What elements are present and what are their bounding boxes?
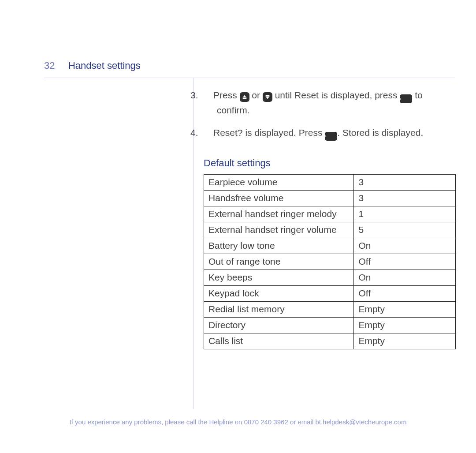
table-row: External handset ringer melody1 bbox=[204, 206, 456, 222]
setting-value: Empty bbox=[354, 333, 456, 349]
step-4-number: 4. bbox=[204, 126, 213, 140]
page-title: Handset settings bbox=[68, 60, 141, 71]
table-row: DirectoryEmpty bbox=[204, 318, 456, 333]
step-4: 4.Reset? is displayed. Press Menu. Store… bbox=[204, 126, 455, 141]
table-row: Keypad lockOff bbox=[204, 286, 456, 302]
table-row: Key beepsOn bbox=[204, 270, 456, 286]
default-settings-heading: Default settings bbox=[204, 157, 455, 169]
page-footer: If you experience any problems, please c… bbox=[0, 418, 476, 426]
setting-value: 1 bbox=[354, 206, 456, 222]
setting-value: On bbox=[354, 238, 456, 254]
content-area: 3.Press or until Reset is displayed, pre… bbox=[204, 88, 455, 349]
table-row: Redial list memoryEmpty bbox=[204, 302, 456, 318]
step-4-resetq-word: Reset? bbox=[213, 127, 243, 138]
setting-value: Empty bbox=[354, 302, 456, 318]
step-4-text-b: . bbox=[337, 127, 342, 138]
table-row: Calls listEmpty bbox=[204, 333, 456, 349]
table-row: External handset ringer volume5 bbox=[204, 222, 456, 238]
setting-name: Keypad lock bbox=[204, 286, 354, 302]
step-3-number: 3. bbox=[204, 88, 213, 103]
step-4-stored-word: Stored bbox=[342, 127, 370, 138]
step-3-text-c: until bbox=[272, 90, 294, 100]
setting-name: External handset ringer melody bbox=[204, 206, 354, 222]
svg-rect-0 bbox=[242, 97, 246, 99]
svg-rect-2 bbox=[265, 95, 269, 97]
setting-value: 3 bbox=[354, 175, 456, 191]
table-row: Out of range toneOff bbox=[204, 254, 456, 270]
step-3-text-b: or bbox=[249, 90, 263, 100]
setting-name: Calls list bbox=[204, 333, 354, 349]
manual-page: 32 Handset settings 3.Press or until Res… bbox=[0, 0, 476, 453]
setting-name: Redial list memory bbox=[204, 302, 354, 318]
page-header: 32 Handset settings bbox=[44, 60, 455, 78]
setting-name: Out of range tone bbox=[204, 254, 354, 270]
setting-name: External handset ringer volume bbox=[204, 222, 354, 238]
svg-marker-3 bbox=[266, 97, 269, 99]
page-number: 32 bbox=[44, 60, 55, 71]
down-key-icon bbox=[263, 92, 272, 102]
step-3-text-d: is displayed, press bbox=[319, 90, 400, 100]
step-4-text-c: is displayed. bbox=[370, 127, 423, 138]
step-3-reset-word: Reset bbox=[294, 90, 319, 100]
table-row: Battery low toneOn bbox=[204, 238, 456, 254]
default-settings-table: Earpiece volume3 Handsfree volume3 Exter… bbox=[204, 174, 456, 349]
menu-key-icon: Menu bbox=[400, 94, 412, 103]
setting-name: Key beeps bbox=[204, 270, 354, 286]
setting-value: 3 bbox=[354, 191, 456, 206]
table-row: Handsfree volume3 bbox=[204, 191, 456, 206]
step-4-text-a: is displayed. Press bbox=[243, 127, 325, 138]
setting-name: Battery low tone bbox=[204, 238, 354, 254]
setting-name: Handsfree volume bbox=[204, 191, 354, 206]
step-3-text-a: Press bbox=[213, 90, 240, 100]
setting-value: Off bbox=[354, 286, 456, 302]
step-3: 3.Press or until Reset is displayed, pre… bbox=[204, 88, 455, 118]
svg-marker-1 bbox=[243, 95, 246, 97]
setting-name: Directory bbox=[204, 318, 354, 333]
table-row: Earpiece volume3 bbox=[204, 175, 456, 191]
setting-value: Off bbox=[354, 254, 456, 270]
menu-key-icon: Menu bbox=[325, 132, 337, 141]
setting-value: On bbox=[354, 270, 456, 286]
setting-name: Earpiece volume bbox=[204, 175, 354, 191]
setting-value: Empty bbox=[354, 318, 456, 333]
setting-value: 5 bbox=[354, 222, 456, 238]
up-key-icon bbox=[240, 92, 249, 102]
